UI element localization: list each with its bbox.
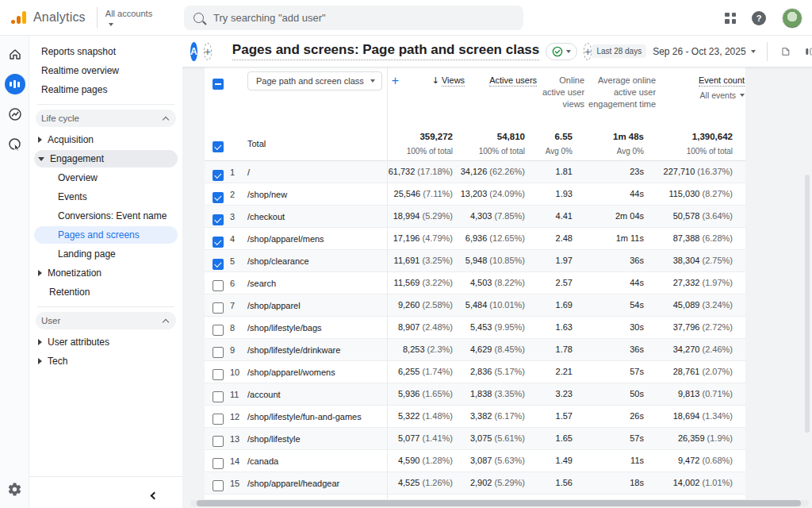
column-header-views[interactable]: ↓Views <box>399 67 465 87</box>
sidebar-item-label: Reports snapshot <box>41 46 116 57</box>
sidebar-item-engagement[interactable]: Engagement <box>34 150 178 167</box>
advertising-icon <box>7 137 23 152</box>
row-checkbox[interactable] <box>213 391 224 402</box>
row-index: 15 <box>230 479 247 488</box>
reports-sidebar: Reports snapshotRealtime overviewRealtim… <box>29 36 182 508</box>
sidebar-item-acquisition[interactable]: Acquisition <box>29 130 182 149</box>
data-table: Page path and screen class + ↓Views Acti… <box>205 67 745 499</box>
sidebar-item-label: Realtime pages <box>41 84 107 95</box>
row-checkbox[interactable] <box>213 458 224 469</box>
sidebar-item-conversions-event-name[interactable]: Conversions: Event name <box>29 206 182 225</box>
horizontal-scrollbar-thumb[interactable] <box>197 500 801 506</box>
note-icon[interactable] <box>780 44 791 59</box>
chevron-up-icon <box>163 116 169 122</box>
sidebar-item-landing-page[interactable]: Landing page <box>29 244 182 264</box>
row-checkbox[interactable] <box>213 280 224 291</box>
table-row-5: 5/shop/clearance11,691 (3.25%)5,948 (10.… <box>205 250 745 272</box>
reports-nav-button[interactable] <box>0 72 29 96</box>
row-checkbox[interactable] <box>213 414 224 425</box>
sidebar-section-user[interactable]: User <box>36 312 176 329</box>
date-range-value[interactable]: Sep 26 - Oct 23, 2025 <box>653 46 745 57</box>
sidebar-section-life-cycle[interactable]: Life cycle <box>36 110 176 127</box>
table-row-4: 4/shop/apparel/mens17,196 (4.79%)6,936 (… <box>205 228 745 250</box>
triangle-collapsed-icon[interactable] <box>38 137 42 143</box>
column-header-active-users[interactable]: Active users <box>465 67 537 87</box>
account-switcher[interactable]: All accounts <box>105 7 152 28</box>
left-rail <box>0 36 29 508</box>
row-checkbox[interactable] <box>213 237 224 248</box>
column-header-online-active-user-views[interactable]: Online active user views <box>537 67 584 110</box>
event-filter-dropdown[interactable]: All events <box>700 90 745 101</box>
user-avatar[interactable] <box>782 8 802 29</box>
column-header-event-count[interactable]: Event count All events <box>656 67 745 102</box>
chevron-down-icon[interactable] <box>751 50 756 53</box>
sidebar-item-user-attributes[interactable]: User attributes <box>29 333 182 352</box>
add-comparison-button[interactable]: + <box>204 43 212 60</box>
top-app-bar: Analytics All accounts Try searching "ad… <box>0 0 812 36</box>
apps-grid-icon[interactable] <box>725 13 736 24</box>
chevron-down-icon <box>566 50 571 53</box>
column-header-avg-engagement-time[interactable]: Average online active user engagement ti… <box>584 67 656 110</box>
chevron-down-icon <box>109 23 113 26</box>
sidebar-item-overview[interactable]: Overview <box>29 168 182 187</box>
vertical-scrollbar[interactable] <box>805 175 810 433</box>
check-circle-icon <box>552 46 563 57</box>
sidebar-divider <box>37 306 174 307</box>
sidebar-item-retention[interactable]: Retention <box>29 283 182 302</box>
column-group-divider <box>387 67 388 499</box>
sidebar-item-label: Conversions: Event name <box>58 210 167 221</box>
triangle-collapsed-icon[interactable] <box>38 358 42 364</box>
row-checkbox[interactable] <box>213 214 224 225</box>
sidebar-item-pages-and-screens[interactable]: Pages and screens <box>34 226 178 244</box>
page-path-cell: /canada <box>247 456 387 466</box>
analytics-logo-icon[interactable] <box>11 11 26 24</box>
report-status-menu[interactable] <box>546 43 577 60</box>
admin-nav-button[interactable] <box>0 482 29 497</box>
total-row-checkbox[interactable] <box>213 141 224 152</box>
row-checkbox[interactable] <box>213 302 224 314</box>
collapse-sidebar-button[interactable] <box>151 492 159 500</box>
sidebar-item-monetization[interactable]: Monetization <box>29 264 182 283</box>
total-label: Total <box>247 139 387 148</box>
comparison-icon[interactable] <box>804 44 812 59</box>
sidebar-item-realtime-pages[interactable]: Realtime pages <box>29 80 182 99</box>
dimension-selector[interactable]: Page path and screen class <box>247 71 382 90</box>
advertising-nav-button[interactable] <box>0 133 29 156</box>
select-all-checkbox[interactable] <box>213 79 224 90</box>
row-checkbox[interactable] <box>213 192 224 203</box>
row-checkbox[interactable] <box>213 436 224 447</box>
explore-nav-button[interactable] <box>0 102 29 126</box>
sidebar-item-events[interactable]: Events <box>29 187 182 206</box>
add-dimension-button[interactable]: + <box>392 71 399 90</box>
property-avatar[interactable]: A <box>190 42 197 61</box>
topbar-divider <box>97 7 98 28</box>
home-nav-button[interactable] <box>0 42 29 66</box>
row-checkbox[interactable] <box>213 480 224 491</box>
table-row-12: 12/shop/lifestyle/fun-and-games5,322 (1.… <box>205 406 745 428</box>
sidebar-item-realtime-overview[interactable]: Realtime overview <box>29 61 182 80</box>
page-title[interactable]: Pages and screens: Page path and screen … <box>232 42 539 60</box>
sidebar-footer <box>29 476 182 508</box>
row-checkbox[interactable] <box>213 259 224 270</box>
row-index: 1 <box>230 167 247 177</box>
sidebar-item-tech[interactable]: Tech <box>29 352 182 371</box>
row-checkbox[interactable] <box>213 325 224 336</box>
row-index: 6 <box>230 279 247 288</box>
sidebar-item-label: Engagement <box>50 153 104 164</box>
row-checkbox[interactable] <box>213 369 224 380</box>
triangle-collapsed-icon[interactable] <box>38 270 42 276</box>
triangle-expanded-icon[interactable] <box>38 157 44 161</box>
sidebar-item-reports-snapshot[interactable]: Reports snapshot <box>29 42 182 61</box>
row-checkbox[interactable] <box>213 347 224 358</box>
date-range-chip: Last 28 days <box>592 44 646 58</box>
triangle-collapsed-icon[interactable] <box>38 339 42 345</box>
sort-descending-icon: ↓ <box>432 75 439 86</box>
sidebar-item-label: Acquisition <box>48 134 94 145</box>
table-header-row: Page path and screen class + ↓Views Acti… <box>205 67 745 127</box>
search-input[interactable]: Try searching "add user" <box>184 6 523 30</box>
add-report-button[interactable]: + <box>584 43 592 60</box>
horizontal-scrollbar-track[interactable] <box>190 500 809 506</box>
row-index: 12 <box>230 412 247 421</box>
row-checkbox[interactable] <box>213 170 224 181</box>
help-icon[interactable]: ? <box>752 11 766 25</box>
